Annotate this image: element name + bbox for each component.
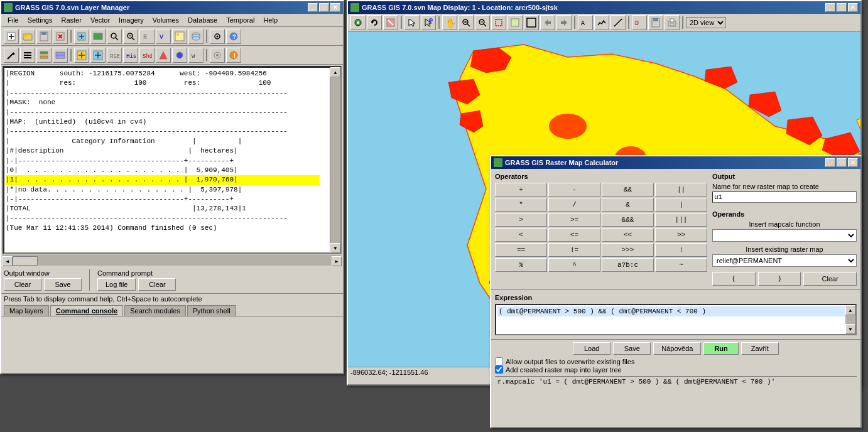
op-lte[interactable]: <= bbox=[548, 228, 600, 242]
tb-info[interactable]: ! bbox=[226, 48, 241, 63]
output-vscroll[interactable]: ▲ ▼ bbox=[330, 67, 340, 253]
map-tb-zoom-default[interactable] bbox=[524, 15, 539, 30]
output-area[interactable]: |REGION south: -1216175.0075284 west: -9… bbox=[4, 67, 330, 253]
op-or-or[interactable]: || bbox=[655, 183, 707, 197]
map-tb-analyze[interactable]: A bbox=[578, 15, 593, 30]
tb-add-raster[interactable] bbox=[74, 48, 89, 63]
op-lshift[interactable]: << bbox=[602, 228, 654, 242]
expr-scroll-up[interactable]: ▲ bbox=[845, 305, 855, 315]
tb-img[interactable] bbox=[172, 29, 187, 44]
tab-python-shell[interactable]: Python shell bbox=[187, 305, 236, 316]
map-tb-pan[interactable]: ✋ bbox=[442, 15, 457, 30]
expression-content[interactable]: ( dmt@PERMANENT > 500 ) && ( dmt@PERMANE… bbox=[497, 306, 854, 316]
output-hscroll[interactable]: ◄ ► bbox=[3, 256, 342, 266]
tb-add7[interactable] bbox=[172, 48, 187, 63]
tb-add6[interactable] bbox=[156, 48, 171, 63]
menu-database[interactable]: Database bbox=[184, 15, 221, 25]
tb-settings3[interactable] bbox=[210, 48, 225, 63]
paren-close-btn[interactable]: ) bbox=[758, 272, 801, 286]
menu-raster[interactable]: Raster bbox=[57, 15, 85, 25]
scroll-up-btn[interactable]: ▲ bbox=[330, 67, 340, 77]
menu-settings[interactable]: Settings bbox=[24, 15, 57, 25]
tb-pencil[interactable] bbox=[4, 48, 19, 63]
save-button[interactable]: Save bbox=[613, 342, 651, 355]
map-tb-zoom-out[interactable] bbox=[475, 15, 490, 30]
close-calc-button[interactable]: Zavřít bbox=[741, 342, 779, 355]
tb-v[interactable]: V bbox=[156, 29, 171, 44]
op-eq[interactable]: == bbox=[495, 243, 547, 257]
map-tb-query[interactable]: ? bbox=[421, 15, 436, 30]
view-mode-select[interactable]: 2D view bbox=[686, 17, 726, 28]
save-output-button[interactable]: Save bbox=[44, 278, 82, 291]
tab-command-console[interactable]: Command console bbox=[50, 305, 123, 316]
clear-output-button[interactable]: Clear bbox=[4, 278, 41, 291]
close-button[interactable]: ✕ bbox=[330, 3, 340, 12]
raster-map-select[interactable]: relief@PERMANENT bbox=[712, 254, 857, 267]
scroll-down-btn[interactable]: ▼ bbox=[330, 243, 340, 253]
op-not[interactable]: ! bbox=[655, 243, 707, 257]
map-tb-erase[interactable] bbox=[383, 15, 398, 30]
op-or3[interactable]: ||| bbox=[655, 213, 707, 227]
tb-save[interactable] bbox=[36, 29, 52, 44]
run-button[interactable]: Run bbox=[703, 342, 738, 355]
op-rshift3[interactable]: >>> bbox=[602, 243, 654, 257]
map-tb-save[interactable] bbox=[648, 15, 663, 30]
op-and3[interactable]: &&& bbox=[602, 213, 654, 227]
add-to-tree-checkbox[interactable] bbox=[495, 365, 503, 374]
op-and[interactable]: & bbox=[602, 198, 654, 212]
map-close-btn[interactable]: ✕ bbox=[848, 3, 858, 12]
calc-minimize-btn[interactable]: _ bbox=[825, 158, 835, 167]
tb-layers2[interactable] bbox=[53, 48, 68, 63]
op-plus[interactable]: + bbox=[495, 183, 547, 197]
op-gt[interactable]: > bbox=[495, 213, 547, 227]
map-tb-print[interactable] bbox=[665, 15, 680, 30]
log-file-button[interactable]: Log file bbox=[97, 278, 136, 291]
op-gte[interactable]: >= bbox=[548, 213, 600, 227]
tb-r3[interactable]: R bbox=[139, 29, 155, 44]
calc-maximize-btn[interactable]: □ bbox=[837, 158, 847, 167]
map-tb-zoom-forward[interactable] bbox=[556, 15, 572, 30]
tb-open[interactable] bbox=[20, 29, 35, 44]
menu-help[interactable]: Help bbox=[259, 15, 281, 25]
calc-close-btn[interactable]: ✕ bbox=[848, 158, 858, 167]
minimize-button[interactable]: _ bbox=[308, 3, 318, 12]
op-div[interactable]: / bbox=[548, 198, 600, 212]
op-mult[interactable]: * bbox=[495, 198, 547, 212]
tab-map-layers[interactable]: Map layers bbox=[4, 305, 49, 316]
tb-db[interactable] bbox=[188, 29, 203, 44]
tb-display[interactable] bbox=[90, 29, 106, 44]
op-tilde[interactable]: ~ bbox=[655, 258, 707, 272]
map-tb-measure[interactable] bbox=[610, 15, 626, 30]
menu-vector[interactable]: Vector bbox=[87, 15, 114, 25]
tb-add-vector[interactable] bbox=[90, 48, 106, 63]
menu-file[interactable]: File bbox=[4, 15, 23, 25]
load-button[interactable]: Load bbox=[573, 342, 610, 355]
map-minimize-btn[interactable]: _ bbox=[825, 3, 835, 12]
tb-list[interactable] bbox=[20, 48, 35, 63]
menu-volumes[interactable]: Volumes bbox=[149, 15, 183, 25]
tb-layers1[interactable] bbox=[36, 48, 52, 63]
op-caret[interactable]: ^ bbox=[548, 258, 600, 272]
op-neq[interactable]: != bbox=[548, 243, 600, 257]
map-tb-zoom-region[interactable] bbox=[491, 15, 506, 30]
output-map-input[interactable] bbox=[712, 192, 857, 203]
tb-zoom2[interactable] bbox=[123, 29, 138, 44]
op-rshift[interactable]: >> bbox=[655, 228, 707, 242]
op-or[interactable]: | bbox=[655, 198, 707, 212]
map-tb-rerender[interactable] bbox=[367, 15, 382, 30]
clear-command-button[interactable]: Clear bbox=[138, 278, 176, 291]
op-mod[interactable]: % bbox=[495, 258, 547, 272]
tb-new[interactable] bbox=[4, 29, 19, 44]
tb-map-new[interactable] bbox=[74, 29, 89, 44]
calc-clear-btn[interactable]: Clear bbox=[803, 272, 857, 286]
hscroll-right-btn[interactable]: ► bbox=[332, 256, 342, 266]
map-tb-zoom-in[interactable] bbox=[458, 15, 474, 30]
tb-close[interactable] bbox=[53, 29, 68, 44]
op-minus[interactable]: - bbox=[548, 183, 600, 197]
expr-scroll-down[interactable]: ▼ bbox=[845, 324, 855, 334]
tb-zoom[interactable] bbox=[107, 29, 122, 44]
map-tb-decorations[interactable]: D bbox=[632, 15, 647, 30]
menu-imagery[interactable]: Imagery bbox=[115, 15, 148, 25]
menu-temporal[interactable]: Temporal bbox=[222, 15, 258, 25]
expr-vscroll[interactable]: ▲ ▼ bbox=[845, 305, 855, 334]
